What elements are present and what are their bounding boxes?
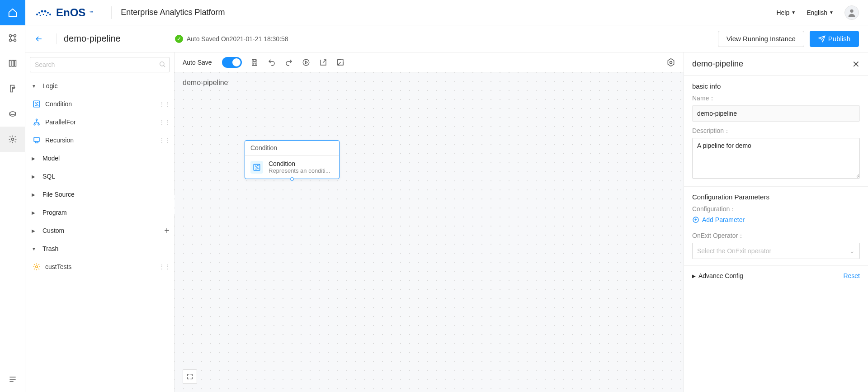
auto-save-toggle[interactable] [222, 57, 242, 68]
node-title: Condition [269, 160, 330, 167]
description-label: Description： [692, 127, 860, 135]
svg-point-17 [850, 9, 853, 12]
home-icon[interactable] [0, 0, 25, 25]
run-icon[interactable] [302, 58, 311, 67]
import-icon[interactable] [336, 58, 345, 67]
close-icon[interactable]: ✕ [852, 59, 860, 70]
search-icon [159, 61, 166, 68]
add-parameter-button[interactable]: Add Parameter [692, 216, 745, 223]
svg-point-15 [43, 14, 44, 15]
svg-point-2 [9, 39, 12, 42]
nav-icon-1[interactable] [0, 25, 25, 51]
tree-group-model[interactable]: ▶Model [25, 149, 174, 167]
check-circle-icon: ✓ [175, 35, 183, 43]
save-icon[interactable] [250, 58, 259, 67]
auto-save-label: Auto Save [183, 59, 212, 66]
plus-icon[interactable]: + [164, 226, 170, 236]
canvas-node-condition[interactable]: Condition Condition Represents an condit… [245, 140, 340, 179]
svg-point-26 [670, 61, 672, 63]
config-label: Configuration： [692, 205, 860, 213]
chevron-right-icon: ▶ [692, 274, 696, 279]
svg-point-14 [40, 14, 41, 16]
redo-icon[interactable] [284, 58, 293, 67]
tree-item-condition[interactable]: Condition ⋮⋮ [25, 95, 174, 113]
recursion-icon [32, 136, 42, 144]
svg-point-25 [303, 59, 309, 66]
panel-title: demo-pipeline [692, 59, 743, 69]
avatar[interactable] [844, 5, 859, 20]
tree-group-file-source[interactable]: ▶File Source [25, 185, 174, 203]
nav-icon-settings[interactable] [0, 127, 25, 152]
node-output-port[interactable] [290, 177, 294, 181]
canvas-title: demo-pipeline [183, 79, 228, 87]
nav-icon-2[interactable] [0, 51, 25, 76]
svg-point-22 [38, 124, 39, 125]
component-tree: ▼Logic Condition ⋮⋮ ParallelFor ⋮⋮ Recur… [25, 77, 174, 392]
tree-group-logic[interactable]: ▼Logic [25, 77, 174, 95]
svg-point-1 [14, 35, 16, 37]
chevron-down-icon: ▼ [829, 10, 834, 15]
chevron-down-icon: ▼ [791, 10, 796, 15]
fullscreen-button[interactable] [183, 369, 197, 384]
svg-point-7 [12, 138, 14, 141]
svg-point-21 [34, 124, 35, 125]
tree-item-custtests[interactable]: custTests ⋮⋮ [25, 258, 174, 276]
tree-item-recursion[interactable]: Recursion ⋮⋮ [25, 131, 174, 149]
undo-icon[interactable] [267, 58, 276, 67]
drag-handle-icon[interactable]: ⋮⋮ [159, 137, 170, 144]
svg-point-13 [49, 14, 51, 15]
nav-icon-4[interactable] [0, 101, 25, 127]
search-input[interactable] [30, 57, 170, 72]
nav-icon-collapse[interactable] [0, 367, 25, 392]
language-dropdown[interactable]: English ▼ [807, 9, 834, 16]
condition-icon [250, 161, 263, 174]
svg-point-24 [36, 266, 38, 268]
svg-point-10 [41, 10, 43, 12]
auto-save-status: ✓ Auto Saved On2021-01-21 18:30:58 [175, 35, 288, 43]
onexit-label: OnExit Operator： [692, 232, 860, 240]
reset-button[interactable]: Reset [843, 272, 860, 279]
canvas-toolbar: Auto Save [175, 52, 684, 72]
logo-icon [34, 6, 52, 19]
name-label: Name： [692, 94, 860, 103]
chevron-down-icon: ⌄ [849, 247, 855, 255]
nav-icon-3[interactable] [0, 76, 25, 101]
back-arrow-icon[interactable] [34, 34, 43, 43]
tree-group-custom[interactable]: ▶ Custom + [25, 222, 174, 240]
publish-label: Publish [828, 35, 850, 43]
help-dropdown[interactable]: Help ▼ [776, 9, 796, 16]
logo: EnOS™ [34, 6, 93, 19]
name-input[interactable] [692, 105, 860, 122]
language-label: English [807, 9, 827, 16]
chevron-right-icon: ▶ [32, 228, 38, 233]
export-icon[interactable] [319, 58, 328, 67]
drag-handle-icon[interactable]: ⋮⋮ [159, 118, 170, 126]
send-icon [818, 35, 826, 43]
publish-button[interactable]: Publish [810, 31, 859, 47]
onexit-select[interactable]: Select the OnExit operator ⌄ [692, 243, 860, 259]
drag-handle-icon[interactable]: ⋮⋮ [159, 100, 170, 108]
gear-icon [32, 263, 42, 271]
chevron-down-icon: ▼ [32, 84, 38, 89]
svg-rect-6 [14, 60, 16, 66]
canvas[interactable]: demo-pipeline Condition Condition Repres… [175, 72, 684, 392]
properties-panel: demo-pipeline ✕ basic info Name： Descrip… [684, 52, 868, 392]
svg-point-8 [36, 14, 38, 15]
description-textarea[interactable] [692, 138, 860, 179]
tree-group-program[interactable]: ▶Program [25, 203, 174, 222]
tree-item-parallelfor[interactable]: ParallelFor ⋮⋮ [25, 113, 174, 131]
header-title: Enterprise Analytics Platform [121, 8, 225, 17]
view-running-instance-button[interactable]: View Running Instance [718, 31, 804, 47]
help-label: Help [776, 9, 789, 16]
svg-rect-4 [9, 60, 11, 66]
pipeline-name: demo-pipeline [64, 33, 121, 44]
components-panel: ▼Logic Condition ⋮⋮ ParallelFor ⋮⋮ Recur… [25, 52, 175, 392]
settings-hex-icon[interactable] [666, 58, 675, 67]
chevron-right-icon: ▶ [32, 156, 38, 161]
tree-group-trash[interactable]: ▼Trash [25, 240, 174, 258]
advance-config-toggle[interactable]: ▶ Advance Config [692, 272, 743, 279]
parallel-icon [32, 118, 42, 126]
tree-group-sql[interactable]: ▶SQL [25, 167, 174, 185]
svg-point-0 [9, 35, 12, 37]
drag-handle-icon[interactable]: ⋮⋮ [159, 263, 170, 270]
